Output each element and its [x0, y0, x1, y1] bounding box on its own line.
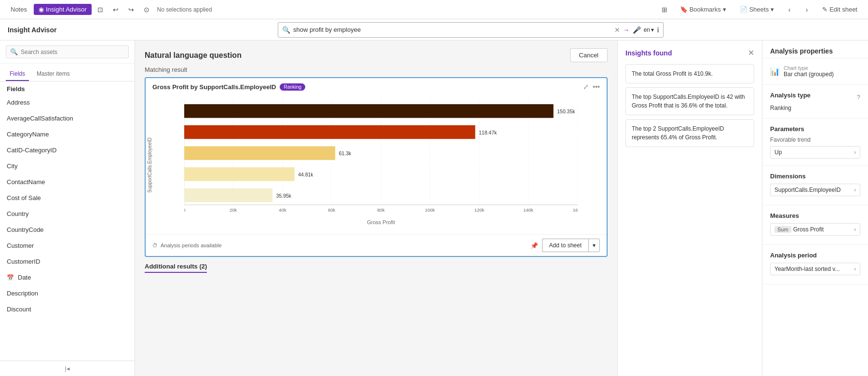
- search-bar: 🔍 ✕ → 🎤 en ▾ ℹ: [278, 22, 664, 38]
- nlq-header: Natural language question Cancel: [135, 40, 617, 66]
- chart-card: Gross Profit by SupportCalls.EmployeeID …: [145, 77, 608, 257]
- pin-icon[interactable]: 📌: [530, 242, 538, 249]
- cancel-button[interactable]: Cancel: [570, 48, 608, 62]
- sidebar-collapse-button[interactable]: |◂: [0, 361, 135, 376]
- sidebar-item-customer[interactable]: Customer: [0, 238, 135, 254]
- measure-chevron-icon: ›: [854, 226, 856, 233]
- bookmarks-button[interactable]: 🔖 Bookmarks ▾: [675, 4, 731, 15]
- chart-title: Gross Profit by SupportCalls.EmployeeID: [152, 83, 276, 91]
- nlq-title: Natural language question: [145, 51, 242, 60]
- sidebar-item-description[interactable]: Description: [0, 285, 135, 301]
- parameters-section: Parameters Favorable trend Up ›: [762, 119, 868, 166]
- tab-fields[interactable]: Fields: [6, 67, 29, 81]
- nav-next-icon[interactable]: ›: [800, 3, 814, 16]
- sheets-button[interactable]: 📄 Sheets ▾: [735, 4, 779, 15]
- add-to-sheet-button[interactable]: Add to sheet: [542, 239, 588, 252]
- chart-type-row: 📊 Chart type Bar chart (grouped): [770, 65, 860, 78]
- analysis-type-value: Ranking: [770, 105, 860, 111]
- microphone-icon[interactable]: 🎤: [633, 26, 641, 34]
- language-selector[interactable]: en ▾: [644, 27, 654, 33]
- grid-icon[interactable]: ⊞: [658, 3, 671, 16]
- sum-badge: Sum: [774, 226, 791, 233]
- analysis-period-value: YearMonth-last sorted v...: [774, 266, 840, 272]
- analysis-type-section: Analysis type ? Ranking: [762, 85, 868, 119]
- edit-sheet-button[interactable]: ✎ Edit sheet: [817, 4, 862, 15]
- clear-search-icon[interactable]: ✕: [614, 26, 620, 34]
- sidebar-item-date[interactable]: 📅 Date: [0, 269, 135, 285]
- svg-text:0: 0: [184, 207, 186, 213]
- search-input[interactable]: [293, 26, 611, 33]
- sidebar-search-input[interactable]: [21, 49, 124, 55]
- expand-icon[interactable]: ⤢: [583, 83, 589, 91]
- search-submit-icon[interactable]: →: [623, 26, 630, 34]
- notes-button[interactable]: Notes: [6, 4, 32, 15]
- dimension-row[interactable]: SupportCalls.EmployeeID ›: [770, 184, 860, 196]
- chart-header-icons: ⤢ •••: [583, 83, 600, 91]
- sidebar-item-discount[interactable]: Discount: [0, 301, 135, 317]
- svg-rect-18: [184, 167, 295, 181]
- dimension-chevron-icon: ›: [854, 187, 856, 193]
- calendar-icon: 📅: [7, 274, 14, 281]
- tab-master-items[interactable]: Master items: [33, 67, 74, 81]
- svg-text:60k: 60k: [328, 207, 336, 213]
- svg-text:40k: 40k: [279, 207, 286, 213]
- dimension-value: SupportCalls.EmployeeID: [774, 187, 841, 193]
- more-options-icon[interactable]: •••: [593, 83, 600, 91]
- lock-icon[interactable]: ⊙: [140, 3, 153, 16]
- sidebar-item-country[interactable]: Country: [0, 206, 135, 222]
- dimensions-section: Dimensions SupportCalls.EmployeeID ›: [762, 166, 868, 205]
- fields-section-label: Fields: [0, 81, 135, 94]
- sidebar-item-countrycode[interactable]: CountryCode: [0, 222, 135, 238]
- sidebar: 🔍 Fields Master items Fields Address Ave…: [0, 40, 135, 376]
- svg-text:118.47k: 118.47k: [479, 130, 497, 135]
- redo-icon[interactable]: ↪: [124, 3, 138, 16]
- svg-rect-15: [184, 146, 335, 160]
- favorable-trend-label: Favorable trend: [770, 136, 860, 143]
- svg-rect-12: [184, 125, 475, 139]
- sidebar-item-categoryname[interactable]: CategoryName: [0, 126, 135, 142]
- sidebar-item-catid[interactable]: CatID-CategoryID: [0, 142, 135, 158]
- info-icon[interactable]: ℹ: [657, 26, 659, 34]
- chart-footer: ⏱ Analysis periods available 📌 Add to sh…: [146, 234, 607, 256]
- insights-title: Insights found: [625, 49, 672, 57]
- insights-header: Insights found ✕: [625, 48, 754, 57]
- measures-title: Measures: [770, 212, 860, 219]
- analysis-period-chevron-icon: ›: [854, 266, 856, 272]
- insight-item-1[interactable]: The top SupportCalls.EmployeeID is 42 wi…: [625, 87, 754, 115]
- nav-prev-icon[interactable]: ‹: [783, 3, 796, 16]
- favorable-trend-selector[interactable]: Up ›: [770, 146, 860, 159]
- analysis-type-title: Analysis type: [770, 92, 811, 99]
- sidebar-item-address[interactable]: Address: [0, 94, 135, 110]
- chevron-right-icon: ›: [854, 149, 856, 156]
- analysis-period-section: Analysis period YearMonth-last sorted v.…: [762, 245, 868, 284]
- insight-item-0[interactable]: The total Gross Profit is 410.9k.: [625, 64, 754, 83]
- analysis-period-row[interactable]: YearMonth-last sorted v... ›: [770, 263, 860, 275]
- page-title: Insight Advisor: [8, 26, 75, 34]
- ranking-badge: Ranking: [280, 83, 305, 91]
- camera-icon[interactable]: ⊡: [94, 3, 107, 16]
- sidebar-item-city[interactable]: City: [0, 158, 135, 174]
- gross-profit-label: Gross Profit: [793, 226, 824, 233]
- svg-text:140k: 140k: [523, 207, 533, 213]
- sidebar-item-averagecallsatisfaction[interactable]: AverageCallSatisfaction: [0, 110, 135, 126]
- analysis-period-title: Analysis period: [770, 252, 860, 259]
- help-icon[interactable]: ?: [857, 94, 860, 101]
- chart-actions: 📌 Add to sheet ▾: [530, 239, 600, 252]
- second-bar: Insight Advisor 🔍 ✕ → 🎤 en ▾ ℹ: [0, 19, 868, 40]
- svg-text:20k: 20k: [230, 207, 237, 213]
- svg-text:120k: 120k: [475, 207, 485, 213]
- add-to-sheet-dropdown-button[interactable]: ▾: [588, 239, 600, 252]
- insight-item-2[interactable]: The top 2 SupportCalls.EmployeeID repres…: [625, 119, 754, 147]
- sidebar-item-customerid[interactable]: CustomerID: [0, 254, 135, 269]
- main-layout: 🔍 Fields Master items Fields Address Ave…: [0, 40, 868, 376]
- sidebar-search-section: 🔍: [0, 40, 135, 64]
- svg-text:100k: 100k: [425, 207, 435, 213]
- insights-close-icon[interactable]: ✕: [748, 48, 754, 57]
- measure-row[interactable]: Sum Gross Profit ›: [770, 223, 860, 236]
- sidebar-item-contactname[interactable]: ContactName: [0, 174, 135, 190]
- undo-icon[interactable]: ↩: [109, 3, 122, 16]
- sidebar-item-costofsale[interactable]: Cost of Sale: [0, 190, 135, 206]
- analysis-properties-title: Analysis properties: [762, 40, 868, 58]
- parameters-title: Parameters: [770, 125, 860, 133]
- insight-advisor-button[interactable]: ◉Insight Advisor: [34, 4, 92, 15]
